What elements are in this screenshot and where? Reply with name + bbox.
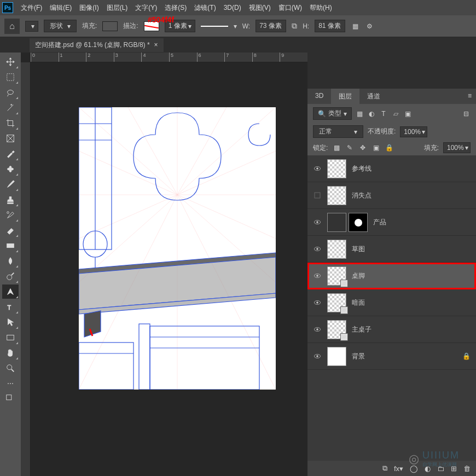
lasso-tool[interactable] bbox=[2, 85, 19, 100]
visibility-icon[interactable] bbox=[313, 352, 322, 361]
type-tool[interactable]: T bbox=[2, 300, 19, 314]
history-brush-tool[interactable] bbox=[2, 208, 19, 222]
blend-mode-select[interactable]: 正常▾ bbox=[313, 125, 363, 138]
path-select-tool[interactable] bbox=[2, 315, 19, 329]
layer-name[interactable]: 产品 bbox=[373, 218, 471, 227]
rectangle-tool[interactable] bbox=[2, 330, 19, 345]
crop-tool[interactable] bbox=[2, 116, 19, 130]
filter-toggle-icon[interactable]: ⊟ bbox=[462, 109, 471, 118]
layer-name[interactable]: 主桌子 bbox=[352, 325, 471, 334]
layer-name[interactable]: 消失点 bbox=[352, 191, 471, 200]
document-canvas[interactable] bbox=[79, 107, 276, 390]
visibility-icon[interactable] bbox=[313, 164, 322, 173]
height-input[interactable]: 81 像素 bbox=[315, 20, 345, 32]
menu-file[interactable]: 文件(F) bbox=[21, 3, 42, 13]
tab-layers[interactable]: 图层 bbox=[331, 89, 359, 104]
menu-help[interactable]: 帮助(H) bbox=[310, 3, 332, 13]
eraser-tool[interactable] bbox=[2, 223, 19, 237]
menu-3d[interactable]: 3D(D) bbox=[224, 4, 241, 11]
layer-thumbnail[interactable] bbox=[327, 159, 346, 178]
brush-tool[interactable] bbox=[2, 177, 19, 191]
menu-layer[interactable]: 图层(L) bbox=[107, 3, 128, 13]
healing-tool[interactable] bbox=[2, 162, 19, 176]
filter-type-icon[interactable]: T bbox=[379, 109, 388, 118]
menu-view[interactable]: 视图(V) bbox=[249, 3, 271, 13]
visibility-icon[interactable] bbox=[313, 218, 322, 227]
marquee-tool[interactable] bbox=[2, 70, 19, 84]
hand-tool[interactable] bbox=[2, 346, 19, 360]
magic-wand-tool[interactable] bbox=[2, 101, 19, 115]
shape-mode-select[interactable]: 形状▾ bbox=[44, 20, 77, 32]
fx-icon[interactable]: fx▾ bbox=[394, 465, 403, 473]
layer-thumbnail[interactable] bbox=[327, 213, 346, 232]
lock-artboard-icon[interactable]: ▣ bbox=[371, 143, 380, 152]
layer-row[interactable]: 背景🔒 bbox=[307, 343, 476, 370]
move-tool[interactable] bbox=[2, 55, 19, 69]
lock-transparent-icon[interactable]: ▩ bbox=[332, 143, 341, 152]
layer-thumbnail[interactable]: ▱ bbox=[327, 266, 346, 286]
blur-tool[interactable] bbox=[2, 254, 19, 268]
options-gear-icon[interactable]: ⚙ bbox=[365, 22, 374, 31]
layer-name[interactable]: 草图 bbox=[352, 245, 471, 254]
layer-thumbnail[interactable] bbox=[327, 347, 346, 366]
fill-opacity-input[interactable]: 100%▾ bbox=[443, 142, 471, 153]
pen-tool[interactable] bbox=[2, 285, 19, 299]
canvas-area[interactable]: 01 23 45 67 89 bbox=[21, 53, 307, 476]
close-icon[interactable]: × bbox=[154, 41, 158, 49]
menu-filter[interactable]: 滤镜(T) bbox=[194, 3, 216, 13]
pen-tool-selector[interactable]: ▾ bbox=[25, 21, 38, 32]
align-icon[interactable]: ▦ bbox=[351, 22, 359, 31]
lock-all-icon[interactable]: 🔒 bbox=[385, 143, 393, 152]
layer-thumbnail[interactable]: ▱ bbox=[327, 293, 346, 312]
eyedropper-tool[interactable] bbox=[2, 147, 19, 161]
menu-edit[interactable]: 编辑(E) bbox=[50, 3, 72, 13]
visibility-icon[interactable] bbox=[313, 271, 322, 280]
color-swatch-tool[interactable] bbox=[2, 392, 19, 406]
fill-swatch[interactable] bbox=[102, 21, 118, 31]
filter-shape-icon[interactable]: ▱ bbox=[391, 109, 400, 118]
layer-row[interactable]: ▱桌脚 bbox=[307, 263, 476, 289]
layer-row[interactable]: 参考线 bbox=[307, 155, 476, 182]
dodge-tool[interactable] bbox=[2, 269, 19, 283]
layer-row[interactable]: ▱暗面 bbox=[307, 289, 476, 316]
delete-icon[interactable]: 🗑 bbox=[463, 465, 471, 473]
link-dimensions-icon[interactable]: ⧉ bbox=[292, 21, 297, 31]
menu-select[interactable]: 选择(S) bbox=[165, 3, 187, 13]
link-layers-icon[interactable]: ⧉ bbox=[382, 464, 387, 473]
tab-3d[interactable]: 3D bbox=[307, 89, 331, 104]
layer-thumbnail[interactable] bbox=[327, 240, 346, 259]
document-tab[interactable]: 空间搭建.psd @ 61.1% (桌脚, RGB/8) * × bbox=[30, 38, 164, 52]
layer-name[interactable]: 暗面 bbox=[352, 298, 471, 307]
layer-name[interactable]: 桌脚 bbox=[352, 271, 471, 281]
edit-toolbar[interactable]: ⋯ bbox=[2, 376, 19, 391]
layer-name[interactable]: 背景 bbox=[352, 352, 457, 361]
filter-pixel-icon[interactable]: ▦ bbox=[355, 109, 364, 118]
layer-row[interactable]: 消失点 bbox=[307, 182, 476, 209]
frame-tool[interactable] bbox=[2, 131, 19, 146]
width-input[interactable]: 73 像素 bbox=[256, 20, 286, 32]
layer-thumbnail[interactable] bbox=[327, 186, 346, 205]
menu-image[interactable]: 图像(I) bbox=[79, 3, 98, 13]
stroke-style-preview[interactable] bbox=[201, 26, 228, 27]
gradient-tool[interactable] bbox=[2, 239, 19, 253]
menu-type[interactable]: 文字(Y) bbox=[135, 3, 157, 13]
lock-paint-icon[interactable]: ✎ bbox=[345, 143, 354, 152]
filter-type-select[interactable]: 🔍 类型▾ bbox=[313, 107, 352, 120]
lock-position-icon[interactable]: ✥ bbox=[358, 143, 367, 152]
layer-row[interactable]: ▱主桌子 bbox=[307, 316, 476, 343]
visibility-icon[interactable] bbox=[313, 298, 322, 307]
layer-row[interactable]: 产品 bbox=[307, 209, 476, 236]
visibility-icon[interactable] bbox=[313, 245, 322, 253]
zoom-tool[interactable] bbox=[2, 361, 19, 375]
layer-row[interactable]: 草图 bbox=[307, 236, 476, 263]
home-icon[interactable]: ⌂ bbox=[4, 19, 20, 34]
panel-menu-icon[interactable]: ≡ bbox=[463, 89, 476, 104]
visibility-icon[interactable] bbox=[313, 325, 322, 334]
filter-smart-icon[interactable]: ▣ bbox=[403, 109, 412, 118]
filter-adjust-icon[interactable]: ◐ bbox=[367, 109, 376, 118]
menu-window[interactable]: 窗口(W) bbox=[278, 3, 302, 13]
tab-channels[interactable]: 通道 bbox=[359, 89, 388, 104]
opacity-input[interactable]: 100%▾ bbox=[400, 126, 427, 137]
stamp-tool[interactable] bbox=[2, 193, 19, 207]
layer-thumbnail[interactable]: ▱ bbox=[327, 320, 346, 339]
